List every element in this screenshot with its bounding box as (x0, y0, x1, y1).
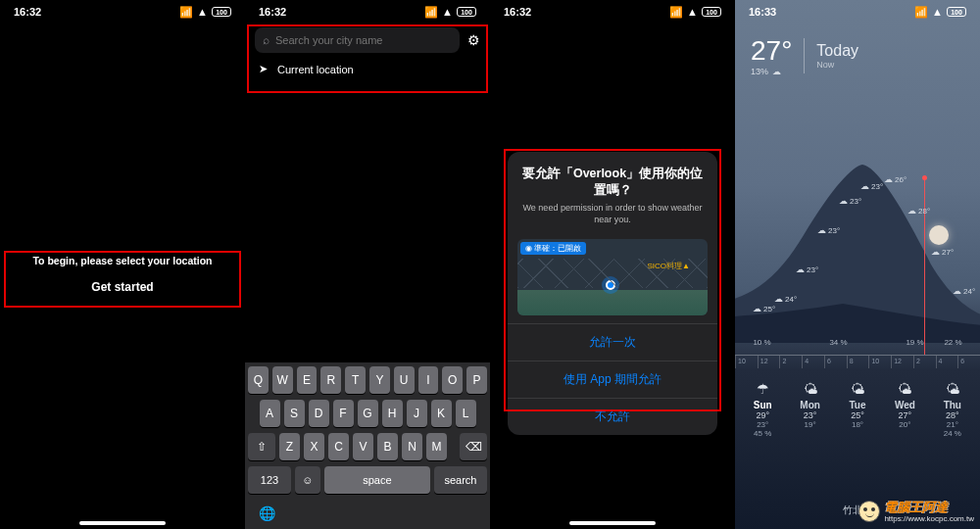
key-D[interactable]: D (309, 400, 329, 427)
key-V[interactable]: V (353, 433, 373, 460)
hour-tick: 6 (824, 356, 847, 368)
globe-icon[interactable]: 🌐 (259, 505, 275, 521)
key-H[interactable]: H (382, 400, 403, 427)
hour-ruler: 101224681012246 (735, 355, 980, 368)
key-F[interactable]: F (333, 400, 354, 427)
key-R[interactable]: R (320, 366, 341, 394)
forecast-day[interactable]: ☂Sun29°23°45 % (739, 380, 786, 438)
key-S[interactable]: S (284, 400, 305, 427)
delete-key[interactable]: ⌫ (460, 433, 487, 460)
search-key[interactable]: search (434, 466, 487, 494)
status-icons: 📶 ▲ 100 (914, 6, 966, 19)
key-C[interactable]: C (328, 433, 349, 460)
watermark: 電腦王阿達 https://www.kocpc.com.tw (858, 499, 974, 523)
key-B[interactable]: B (377, 433, 398, 460)
numbers-key[interactable]: 123 (248, 466, 291, 494)
highlight-box (4, 251, 241, 308)
shift-key[interactable]: ⇧ (248, 433, 275, 460)
now-indicator-line (924, 178, 925, 355)
hour-tick: 12 (758, 356, 780, 368)
key-U[interactable]: U (394, 366, 415, 394)
curve-temp: ☁28° (907, 206, 930, 216)
key-Q[interactable]: Q (248, 366, 269, 394)
keyboard: QWERTYUIOP ASDFGHJKL ⇧ ZXCVBNM ⌫ 123 ☺ s… (245, 362, 490, 529)
curve-temp: ☁23° (839, 196, 861, 206)
forecast-day[interactable]: 🌤Mon23°19° (786, 380, 833, 438)
humidity-row: 10 %34 %19 %22 % (735, 338, 980, 347)
forecast-dayname: Mon (786, 400, 833, 410)
key-O[interactable]: O (442, 366, 463, 394)
humidity-pct: 19 % (896, 338, 934, 347)
key-J[interactable]: J (407, 400, 427, 427)
key-P[interactable]: P (466, 366, 487, 394)
forecast-row: ☂Sun29°23°45 %🌤Mon23°19°🌤Tue25°18°🌤Wed27… (735, 380, 980, 438)
home-indicator[interactable] (79, 521, 166, 525)
key-Z[interactable]: Z (279, 433, 300, 460)
key-I[interactable]: I (418, 366, 439, 394)
home-indicator[interactable] (569, 521, 656, 525)
key-X[interactable]: X (304, 433, 324, 460)
curve-temp: ☁26° (884, 174, 906, 184)
curve-temp: ☁23° (860, 181, 883, 191)
key-M[interactable]: M (426, 433, 447, 460)
curve-temp: ☁24° (953, 286, 975, 296)
hour-tick: 4 (936, 356, 958, 368)
wifi-icon: ▲ (932, 6, 943, 18)
forecast-hi: 27° (881, 410, 928, 420)
wifi-icon: ▲ (197, 6, 208, 18)
forecast-dayname: Wed (881, 400, 928, 410)
key-row-1: QWERTYUIOP (248, 366, 487, 394)
forecast-hi: 29° (739, 410, 786, 420)
key-row-2: ASDFGHJKL (248, 400, 487, 427)
forecast-icon: 🌤 (786, 380, 833, 398)
humidity-pct: 10 % (743, 338, 781, 347)
status-bar: 16:32 📶 ▲ 100 (245, 0, 490, 22)
key-N[interactable]: N (402, 433, 422, 460)
curve-temp: ☁23° (817, 225, 840, 235)
current-temp: 27° (751, 35, 792, 67)
status-icons: 📶 ▲ 100 (179, 6, 231, 19)
hour-tick: 2 (779, 356, 802, 368)
forecast-day[interactable]: 🌤Tue25°18° (834, 380, 881, 438)
signal-icon: 📶 (424, 6, 438, 19)
key-W[interactable]: W (272, 366, 293, 394)
highlight-box (504, 149, 721, 411)
key-A[interactable]: A (260, 400, 280, 427)
hour-tick: 2 (913, 356, 936, 368)
curve-temp: ☁23° (796, 264, 818, 274)
status-time: 16:33 (749, 6, 776, 18)
key-E[interactable]: E (297, 366, 318, 394)
sun-icon (929, 225, 949, 245)
key-G[interactable]: G (358, 400, 378, 427)
battery-icon: 100 (212, 7, 231, 17)
emoji-key[interactable]: ☺ (295, 466, 320, 494)
forecast-day[interactable]: 🌤Wed27°20° (881, 380, 928, 438)
cloud-icon: ☁ (772, 67, 781, 76)
hour-tick: 10 (868, 356, 891, 368)
forecast-hi: 25° (834, 410, 881, 420)
forecast-dayname: Thu (929, 400, 976, 410)
forecast-precip: 24 % (929, 429, 976, 438)
wifi-icon: ▲ (687, 6, 698, 18)
space-key[interactable]: space (324, 466, 430, 494)
humidity-pct (781, 338, 819, 347)
now-label: Now (816, 60, 858, 70)
forecast-icon: 🌤 (834, 380, 881, 398)
status-bar: 16:33 📶 ▲ 100 (735, 0, 980, 22)
screen-weather: 16:33 📶 ▲ 100 27° 13% ☁ Today Now (735, 0, 980, 529)
key-Y[interactable]: Y (369, 366, 390, 394)
hour-tick: 10 (735, 356, 758, 368)
forecast-hi: 23° (786, 410, 833, 420)
today-label: Today (816, 42, 858, 60)
key-row-3: ⇧ ZXCVBNM ⌫ (248, 433, 487, 460)
forecast-day[interactable]: 🌤Thu28°21°24 % (929, 380, 976, 438)
watermark-face-icon (858, 501, 880, 522)
signal-icon: 📶 (179, 6, 193, 19)
key-T[interactable]: T (345, 366, 366, 394)
key-K[interactable]: K (431, 400, 452, 427)
hour-tick: 12 (891, 356, 913, 368)
hour-tick: 6 (957, 356, 980, 368)
forecast-lo: 20° (881, 420, 928, 429)
key-L[interactable]: L (456, 400, 476, 427)
screen-search: 16:32 📶 ▲ 100 ⌕ ⚙ ➤ Current location QWE… (245, 0, 490, 529)
